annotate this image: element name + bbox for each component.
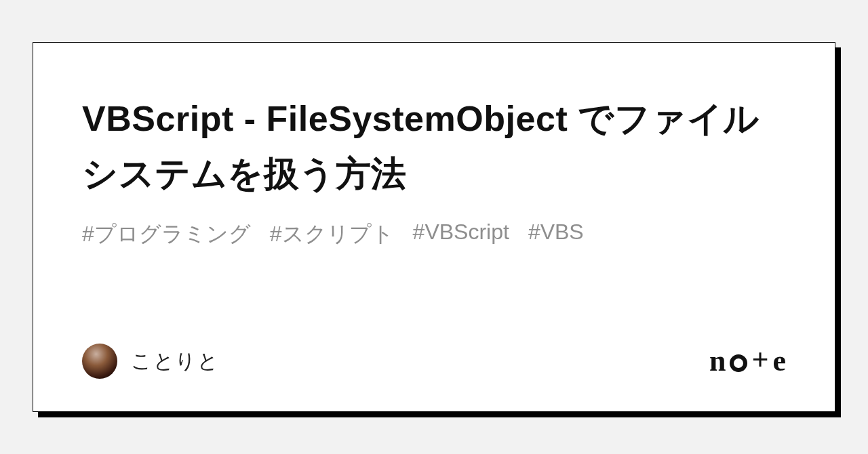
card-footer: ことりと n + e: [82, 344, 786, 379]
tag-item[interactable]: #スクリプト: [270, 220, 394, 249]
avatar: [82, 344, 117, 379]
author-name: ことりと: [131, 348, 219, 375]
tag-item[interactable]: #VBS: [528, 220, 584, 249]
card-container: VBScript - FileSystemObject でファイルシステムを扱う…: [33, 42, 835, 412]
logo-letter-o: [730, 354, 747, 372]
logo-plus-icon: +: [751, 345, 768, 375]
tag-list: #プログラミング #スクリプト #VBScript #VBS: [82, 220, 786, 249]
article-card: VBScript - FileSystemObject でファイルシステムを扱う…: [33, 42, 835, 412]
logo-letter-n: n: [709, 346, 726, 376]
tag-item[interactable]: #プログラミング: [82, 220, 251, 249]
logo-letter-e: e: [772, 346, 786, 376]
note-logo: n + e: [709, 346, 786, 376]
article-title: VBScript - FileSystemObject でファイルシステムを扱う…: [82, 91, 786, 201]
author-block[interactable]: ことりと: [82, 344, 219, 379]
tag-item[interactable]: #VBScript: [413, 220, 509, 249]
